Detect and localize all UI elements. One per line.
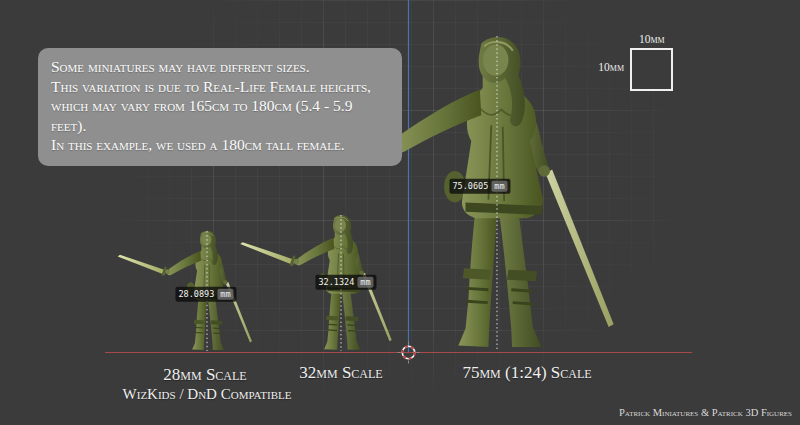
viewport-3d[interactable]: Some miniatures may have diffrent sizes.…	[0, 0, 800, 425]
measurement-unit: mm	[217, 289, 233, 300]
credit-text: Patrick Miniatures & Patrick 3D Figures	[619, 407, 792, 418]
scale-label-32mm: 32mm Scale	[299, 364, 382, 383]
measurement-unit: mm	[491, 181, 507, 192]
info-line: In this example, we used a 180cm tall fe…	[51, 135, 389, 155]
scale-label-75mm: 75mm (1:24) Scale	[462, 364, 591, 383]
info-line: which may vary from 165cm to 180cm (5.4 …	[51, 96, 389, 135]
measurement-value: 75.0605	[452, 182, 488, 191]
scale-sublabel-28mm: WizKids / DnD Compatible	[123, 386, 292, 403]
measurement-value: 32.1324	[318, 278, 354, 287]
reference-square-side-label: 10mm	[596, 62, 624, 74]
measurement-chip-28mm: 28.0893 mm	[175, 287, 236, 302]
measurement-chip-32mm: 32.1324 mm	[315, 275, 376, 290]
measurement-chip-75mm: 75.0605 mm	[449, 179, 510, 194]
measurement-unit: mm	[357, 277, 373, 288]
info-box: Some miniatures may have diffrent sizes.…	[38, 48, 402, 166]
info-line: This variation is due to Real-Life Femal…	[51, 77, 389, 97]
measurement-value: 28.0893	[178, 290, 214, 299]
reference-square-top-label: 10mm	[639, 34, 665, 46]
reference-square	[630, 48, 673, 91]
scale-label-28mm: 28mm Scale	[163, 366, 246, 385]
info-line: Some miniatures may have diffrent sizes.	[51, 57, 389, 77]
